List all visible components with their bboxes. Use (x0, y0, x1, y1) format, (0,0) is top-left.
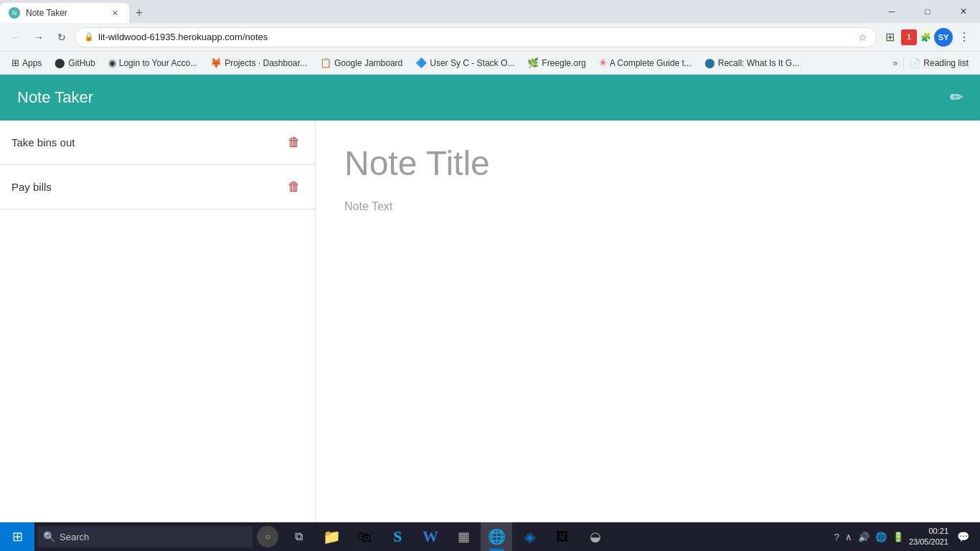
bookmark-guide-label: A Complete Guide t... (610, 58, 692, 68)
back-button[interactable]: ← (6, 27, 26, 47)
chevron-up-icon[interactable]: ∧ (843, 532, 854, 542)
cortana-icon: ○ (265, 532, 270, 542)
address-bar[interactable]: 🔒 lit-wildwood-61935.herokuapp.com/notes… (75, 27, 877, 47)
speaker-icon[interactable]: 🔊 (856, 532, 872, 542)
taskbar-app-store[interactable]: 🛍 (349, 522, 380, 551)
note-editor: Note Title Note Text (316, 121, 980, 522)
note-text-placeholder[interactable]: Note Text (344, 200, 951, 213)
extension-1-icon[interactable]: 1 (901, 29, 917, 45)
bookmark-login[interactable]: ◉ Login to Your Acco... (103, 55, 203, 70)
guide-bookmark-icon: ✳ (599, 57, 607, 68)
taskbar-search[interactable]: 🔍 Search (37, 526, 253, 547)
menu-button[interactable]: ⋮ (954, 27, 974, 47)
login-bookmark-icon: ◉ (108, 57, 116, 68)
taskbar-app-chrome[interactable]: 🌐 (481, 522, 512, 551)
bookmark-stackoverflow[interactable]: 🔷 User Sy C - Stack O... (410, 55, 520, 70)
start-button[interactable]: ⊞ (0, 522, 34, 551)
bookmark-jamboard[interactable]: 📋 Google Jamboard (314, 55, 408, 70)
file-explorer-icon: 📁 (323, 528, 341, 545)
bookmark-guide[interactable]: ✳ A Complete Guide t... (593, 55, 697, 70)
taskbar-app-file-explorer[interactable]: 📁 (316, 522, 347, 551)
bookmark-freegle[interactable]: 🌿 Freegle.org (522, 55, 591, 70)
lock-icon: 🔒 (84, 32, 94, 42)
taskbar-right: ? ∧ 🔊 🌐 🔋 00:21 23/05/2021 💬 (832, 522, 980, 551)
extension-puzzle-icon[interactable]: 🧩 (918, 30, 933, 44)
projects-bookmark-icon: 🦊 (210, 57, 222, 68)
bookmark-jamboard-label: Google Jamboard (334, 58, 402, 68)
jamboard-bookmark-icon: 📋 (320, 57, 331, 68)
calculator-icon: ▦ (458, 529, 470, 545)
tab-favicon: N (9, 7, 20, 19)
note-title-2: Pay bills (11, 181, 285, 193)
taskbar-app-word[interactable]: W (415, 522, 446, 551)
navigation-bar: ← → ↻ 🔒 lit-wildwood-61935.herokuapp.com… (0, 23, 980, 52)
extensions-button[interactable]: ⊞ (880, 27, 900, 47)
tab-close-button[interactable]: ✕ (109, 7, 121, 19)
note-item-2[interactable]: Pay bills 🗑 (0, 165, 315, 209)
note-item-1[interactable]: Take bins out 🗑 (0, 121, 315, 165)
bookmark-star-icon[interactable]: ☆ (858, 32, 867, 43)
bookmark-projects[interactable]: 🦊 Projects · Dashboar... (204, 55, 313, 70)
bookmarks-more-button[interactable]: » (889, 56, 903, 70)
taskbar-date-display: 23/05/2021 (909, 537, 948, 547)
app-header: Note Taker ✏ (0, 75, 980, 121)
main-content: Take bins out 🗑 Pay bills 🗑 Note Title N… (0, 121, 980, 522)
bookmark-apps-label: Apps (22, 58, 42, 68)
taskbar-app-unknown[interactable]: ◒ (580, 522, 611, 551)
skype-icon: S (393, 527, 402, 546)
minimize-button[interactable]: ─ (875, 0, 908, 23)
reading-list-label: Reading list (923, 58, 969, 68)
taskbar-app-photos[interactable]: 🖼 (547, 522, 578, 551)
maximize-button[interactable]: □ (911, 0, 944, 23)
chrome-icon: 🌐 (488, 528, 506, 545)
system-tray-icons: ? ∧ 🔊 🌐 🔋 (832, 532, 906, 542)
close-button[interactable]: ✕ (947, 0, 980, 23)
profile-icon[interactable]: SY (934, 28, 953, 47)
bookmark-github-label: GitHub (68, 58, 95, 68)
notification-center-button[interactable]: 💬 (951, 522, 974, 551)
nav-right-buttons: ⊞ 1 🧩 SY ⋮ (880, 27, 974, 47)
notes-sidebar: Take bins out 🗑 Pay bills 🗑 (0, 121, 316, 522)
freegle-bookmark-icon: 🌿 (527, 57, 539, 68)
cortana-button[interactable]: ○ (257, 526, 278, 547)
taskbar: ⊞ 🔍 Search ○ ⧉ 📁 🛍 S W ▦ 🌐 ◈ (0, 522, 980, 551)
new-tab-button[interactable]: + (129, 3, 149, 23)
bookmark-recall[interactable]: ⬤ Recall: What Is It G... (699, 55, 805, 70)
taskbar-time-display: 00:21 (909, 526, 948, 537)
active-tab[interactable]: N Note Taker ✕ (0, 3, 129, 23)
notification-icon: 💬 (957, 531, 969, 542)
vscode-icon: ◈ (524, 528, 535, 545)
taskbar-apps: ⧉ 📁 🛍 S W ▦ 🌐 ◈ 🖼 ◒ (283, 522, 611, 551)
taskbar-search-label: Search (60, 532, 89, 542)
taskbar-search-icon: 🔍 (43, 531, 55, 542)
note-title-1: Take bins out (11, 136, 285, 149)
apps-bookmark-icon: ⊞ (11, 57, 19, 68)
tab-title: Note Taker (26, 8, 67, 18)
battery-icon[interactable]: 🔋 (890, 532, 906, 542)
reading-list-button[interactable]: 📄 Reading list (903, 56, 974, 70)
bookmark-apps[interactable]: ⊞ Apps (6, 55, 47, 70)
note-title-placeholder[interactable]: Note Title (344, 143, 951, 183)
taskbar-app-skype[interactable]: S (382, 522, 413, 551)
taskbar-app-task-view[interactable]: ⧉ (283, 522, 314, 551)
taskbar-app-vscode[interactable]: ◈ (514, 522, 545, 551)
reading-list-icon: 📄 (910, 58, 920, 68)
word-icon: W (423, 527, 438, 546)
delete-note-2-button[interactable]: 🗑 (285, 176, 303, 197)
browser-chrome: N Note Taker ✕ + ─ □ ✕ ← → ↻ 🔒 lit-wildw… (0, 0, 980, 75)
delete-note-1-button[interactable]: 🗑 (285, 132, 303, 153)
refresh-button[interactable]: ↻ (52, 27, 72, 47)
network-icon[interactable]: 🌐 (873, 532, 889, 542)
bookmark-recall-label: Recall: What Is It G... (718, 58, 799, 68)
forward-button[interactable]: → (29, 27, 49, 47)
new-note-button[interactable]: ✏ (950, 88, 963, 107)
bookmark-github[interactable]: ⬤ GitHub (49, 55, 100, 70)
taskbar-app-calculator[interactable]: ▦ (448, 522, 479, 551)
photos-icon: 🖼 (556, 529, 569, 545)
recall-bookmark-icon: ⬤ (705, 57, 715, 68)
unknown-app-icon: ◒ (590, 529, 601, 545)
tray-help-icon[interactable]: ? (832, 532, 842, 542)
taskbar-clock[interactable]: 00:21 23/05/2021 (909, 526, 948, 548)
store-icon: 🛍 (357, 529, 372, 545)
bookmarks-bar: ⊞ Apps ⬤ GitHub ◉ Login to Your Acco... … (0, 52, 980, 75)
